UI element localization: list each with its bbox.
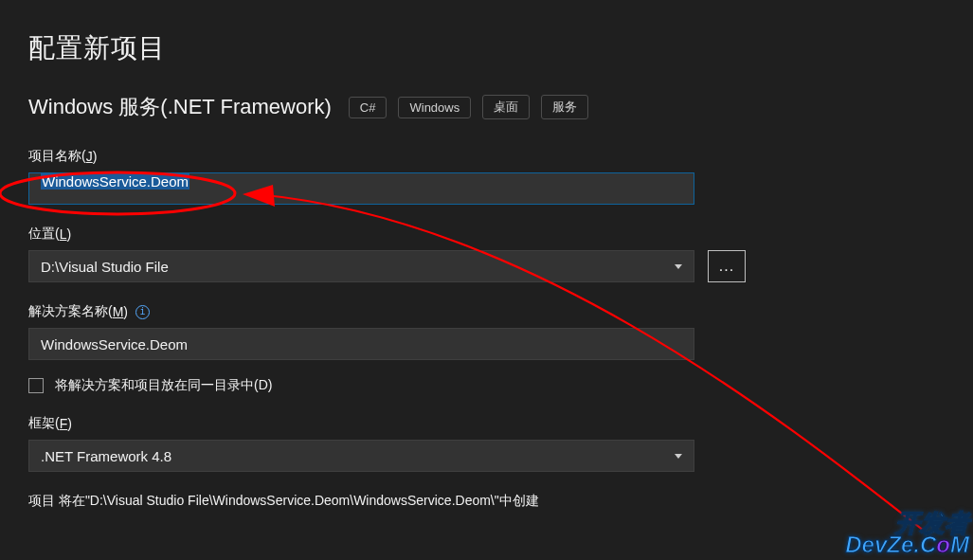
location-field: 位置(L) D:\Visual Studio File ... — [28, 226, 945, 282]
same-directory-checkbox[interactable] — [28, 378, 44, 393]
dropdown-value: .NET Framework 4.8 — [41, 448, 171, 464]
watermark-line2: DevZe.CoM — [845, 534, 969, 556]
watermark-logo: 开发者 DevZe.CoM — [845, 512, 969, 556]
label-text: 将解决方案和项目放在同一目录中( — [55, 377, 259, 392]
project-name-label: 项目名称(J) — [28, 148, 945, 165]
solution-name-input[interactable] — [28, 328, 694, 360]
project-name-field: 项目名称(J) WindowsService.Deom — [28, 148, 945, 205]
dropdown-value: D:\Visual Studio File — [41, 259, 169, 275]
label-text: ) — [66, 226, 71, 242]
label-hotkey: F — [60, 416, 68, 431]
template-tag: C# — [349, 97, 387, 118]
framework-dropdown[interactable]: .NET Framework 4.8 — [28, 440, 694, 472]
project-path-note: 项目 将在"D:\Visual Studio File\WindowsServi… — [28, 493, 945, 510]
label-text: 解决方案名称( — [28, 303, 113, 320]
input-value: WindowsService.Deom — [41, 173, 189, 190]
project-name-input[interactable]: WindowsService.Deom — [28, 172, 694, 205]
label-hotkey: L — [60, 226, 67, 242]
location-dropdown[interactable]: D:\Visual Studio File — [28, 250, 694, 282]
label-text: 位置( — [28, 226, 60, 243]
same-directory-row: 将解决方案和项目放在同一目录中(D) — [28, 377, 945, 394]
solution-name-label: 解决方案名称(M) i — [28, 303, 945, 320]
template-name: Windows 服务(.NET Framework) — [28, 93, 332, 121]
chevron-down-icon — [675, 264, 682, 269]
dialog-body: 配置新项目 Windows 服务(.NET Framework) C# Wind… — [0, 0, 973, 510]
label-text: ) — [268, 377, 273, 392]
framework-label: 框架(F) — [28, 415, 945, 432]
chevron-down-icon — [675, 454, 682, 459]
page-title: 配置新项目 — [28, 30, 945, 66]
label-text: ) — [93, 149, 98, 164]
label-text: 项目名称( — [28, 148, 86, 165]
label-hotkey: D — [259, 377, 268, 392]
template-tag: Windows — [398, 97, 471, 118]
label-hotkey: M — [113, 304, 124, 319]
solution-name-field: 解决方案名称(M) i 将解决方案和项目放在同一目录中(D) — [28, 303, 945, 394]
label-text: 框架( — [28, 415, 60, 432]
label-hotkey: J — [86, 149, 93, 164]
template-tag: 服务 — [541, 95, 588, 119]
label-text: ) — [67, 416, 72, 431]
label-text: ) — [123, 304, 128, 319]
template-tag: 桌面 — [482, 95, 530, 119]
framework-field: 框架(F) .NET Framework 4.8 — [28, 415, 945, 472]
template-row: Windows 服务(.NET Framework) C# Windows 桌面… — [28, 93, 945, 121]
info-icon[interactable]: i — [135, 305, 150, 319]
location-label: 位置(L) — [28, 226, 945, 243]
browse-button[interactable]: ... — [708, 250, 746, 282]
checkbox-label: 将解决方案和项目放在同一目录中(D) — [55, 377, 272, 394]
